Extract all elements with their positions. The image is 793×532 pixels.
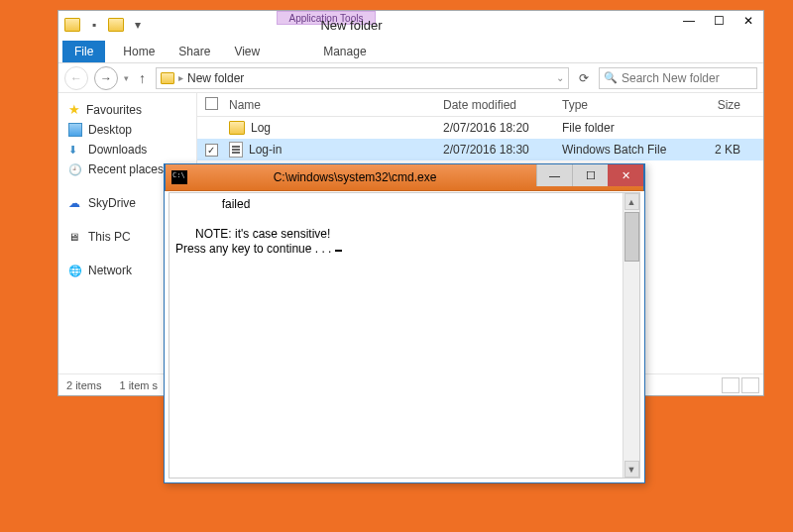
nav-downloads[interactable]: Downloads xyxy=(62,140,192,160)
scroll-up-icon[interactable]: ▲ xyxy=(624,193,639,210)
cmd-line: NOTE: it's case sensitive! xyxy=(175,227,330,241)
downloads-icon xyxy=(68,143,82,157)
search-input[interactable] xyxy=(622,71,752,85)
cmd-line: failed xyxy=(175,197,250,211)
ribbon-tabs: File Home Share View Manage xyxy=(58,39,763,63)
cmd-maximize-button[interactable]: ☐ xyxy=(572,164,608,186)
maximize-button[interactable]: ☐ xyxy=(704,11,734,31)
nav-desktop[interactable]: Desktop xyxy=(62,120,192,140)
qat-folder-icon[interactable] xyxy=(62,15,82,35)
qat-dropdown-icon[interactable]: ▾ xyxy=(128,15,148,35)
file-type: Windows Batch File xyxy=(562,143,681,157)
quick-access-toolbar: ▪ ▾ xyxy=(58,15,148,35)
nav-favourites[interactable]: ★Favourites xyxy=(62,99,192,120)
path-dropdown-icon[interactable]: ⌄ xyxy=(556,72,564,83)
ribbon-tab-file[interactable]: File xyxy=(62,41,105,62)
status-selection: 1 item s xyxy=(119,379,158,391)
scroll-down-icon[interactable]: ▼ xyxy=(624,461,639,478)
qat-properties-icon[interactable]: ▪ xyxy=(84,15,104,35)
chevron-right-icon[interactable]: ▸ xyxy=(178,72,183,83)
refresh-button[interactable]: ⟳ xyxy=(575,71,593,85)
search-box[interactable]: 🔍 xyxy=(599,67,757,89)
cmd-close-button[interactable]: ✕ xyxy=(608,164,643,186)
folder-icon xyxy=(229,121,245,135)
header-date[interactable]: Date modified xyxy=(443,98,562,112)
list-row[interactable]: ✓ Log-in 2/07/2016 18:30 Windows Batch F… xyxy=(197,139,763,160)
ribbon-tab-share[interactable]: Share xyxy=(167,41,222,62)
nav-back-button[interactable]: ← xyxy=(64,66,88,90)
row-checkbox[interactable]: ✓ xyxy=(205,144,218,157)
search-icon: 🔍 xyxy=(604,71,618,84)
address-bar: ← → ▾ ↑ ▸ New folder ⌄ ⟳ 🔍 xyxy=(58,63,763,93)
ribbon-tab-view[interactable]: View xyxy=(222,41,272,62)
minimize-button[interactable]: — xyxy=(674,11,704,31)
desktop-icon xyxy=(68,123,82,137)
header-checkbox[interactable] xyxy=(197,97,225,113)
file-size: 2 KB xyxy=(681,143,740,157)
path-folder-icon xyxy=(161,72,174,84)
cmd-scrollbar[interactable]: ▲ ▼ xyxy=(623,193,639,478)
cmd-titlebar[interactable]: C:\windows\system32\cmd.exe — ☐ ✕ xyxy=(165,163,644,191)
view-details-button[interactable] xyxy=(722,377,739,393)
cmd-window-controls: — ☐ ✕ xyxy=(536,164,643,186)
cursor xyxy=(335,250,342,252)
view-large-button[interactable] xyxy=(741,377,759,393)
ribbon-tab-home[interactable]: Home xyxy=(111,41,167,62)
ribbon-context-header: Application Tools xyxy=(277,11,376,25)
window-controls: — ☐ ✕ xyxy=(674,11,763,31)
status-item-count: 2 items xyxy=(66,379,101,391)
file-type: File folder xyxy=(562,121,681,135)
header-size[interactable]: Size xyxy=(681,98,740,112)
batch-file-icon xyxy=(229,142,243,158)
file-name: Log-in xyxy=(249,143,282,157)
nav-recent-dropdown[interactable]: ▾ xyxy=(124,73,129,83)
scroll-thumb[interactable] xyxy=(624,212,639,262)
header-name[interactable]: Name xyxy=(225,98,443,112)
qat-newfolder-icon[interactable] xyxy=(106,15,126,35)
file-name: Log xyxy=(251,121,271,135)
skydrive-icon xyxy=(68,196,82,210)
pc-icon xyxy=(68,230,82,244)
list-header: Name Date modified Type Size xyxy=(197,93,763,117)
cmd-minimize-button[interactable]: — xyxy=(536,164,572,186)
cmd-window: C:\windows\system32\cmd.exe — ☐ ✕ failed… xyxy=(164,163,645,483)
nav-up-button[interactable]: ↑ xyxy=(135,70,150,86)
list-row[interactable]: Log 2/07/2016 18:20 File folder xyxy=(197,117,763,139)
ribbon-tab-manage[interactable]: Manage xyxy=(311,41,378,62)
header-type[interactable]: Type xyxy=(562,98,681,112)
star-icon: ★ xyxy=(68,102,80,117)
nav-forward-button[interactable]: → xyxy=(94,66,118,90)
close-button[interactable]: ✕ xyxy=(734,11,763,31)
explorer-titlebar[interactable]: ▪ ▾ Application Tools New folder — ☐ ✕ xyxy=(58,11,763,39)
address-path[interactable]: ▸ New folder ⌄ xyxy=(156,67,569,89)
network-icon xyxy=(68,264,82,277)
file-date: 2/07/2016 18:20 xyxy=(443,121,562,135)
view-switcher xyxy=(722,377,759,393)
cmd-client-area: failed NOTE: it's case sensitive! Press … xyxy=(169,192,640,479)
cmd-line: Press any key to continue . . . xyxy=(175,242,335,256)
path-segment[interactable]: New folder xyxy=(187,71,244,85)
cmd-title: C:\windows\system32\cmd.exe xyxy=(166,170,544,184)
recent-icon xyxy=(68,162,82,176)
cmd-output[interactable]: failed NOTE: it's case sensitive! Press … xyxy=(170,193,623,478)
file-date: 2/07/2016 18:30 xyxy=(443,143,562,157)
